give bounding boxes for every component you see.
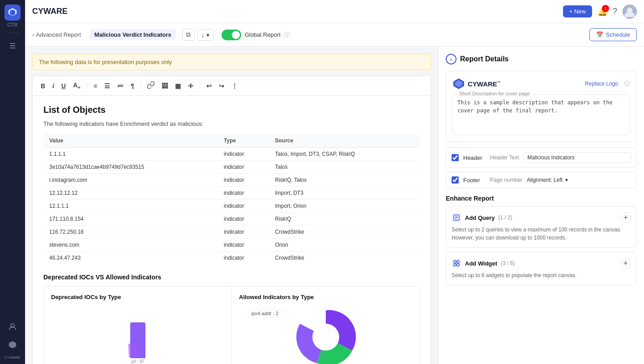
add-widget-desc: Select up to 6 widgets to populate the r… — [452, 271, 631, 279]
cell-value: 12.12.12.12 — [44, 187, 219, 200]
sidebar-bottom: CYWARE — [5, 320, 21, 360]
header-row: Header Header Text — [446, 147, 637, 168]
svg-rect-15 — [454, 264, 456, 266]
footer-alignment-value: Alignment: Left — [527, 177, 563, 183]
avatar[interactable] — [623, 4, 637, 19]
table-button[interactable]: ▦ — [172, 81, 183, 91]
add-widget-card: Add Widget (3 / 6) + Select up to 6 widg… — [446, 252, 637, 285]
editor-content: List of Objects The following indicators… — [33, 96, 431, 364]
help-button[interactable]: ? — [613, 7, 617, 16]
logo-info-icon[interactable]: ⓘ — [624, 80, 630, 88]
table-row: 46.24.47.243indicatorCrowdStrike — [44, 252, 420, 265]
cell-value: 12.1.1.1 — [44, 200, 219, 213]
main-area: CYWARE + New 🔔 1 ? ‹ Advanced Report Mal… — [25, 0, 644, 364]
cell-type: indicator — [218, 187, 269, 200]
paragraph-button[interactable]: ¶ — [128, 81, 137, 91]
italic-button[interactable]: i — [50, 81, 57, 91]
add-widget-count: (3 / 6) — [501, 260, 515, 266]
table-body: 1.1.1.1indicatorTalos, Import, DT3, CSAP… — [44, 148, 420, 265]
logo-section: CYWARE™ Replace Logo ⓘ Short Description… — [446, 71, 637, 142]
more-button[interactable]: ⋮ — [229, 81, 240, 91]
topbar: CYWARE + New 🔔 1 ? — [25, 0, 644, 23]
cell-type: indicator — [218, 200, 269, 213]
sidebar-logo[interactable] — [4, 4, 21, 21]
cell-value: 3e10a74a7613d1cae4b9749d7ec93515 — [44, 161, 219, 174]
cell-value: 1.1.1.1 — [44, 148, 219, 161]
table-row: 116.72.250.18indicatorCrowdStrike — [44, 226, 420, 239]
toggle-knob — [232, 31, 240, 39]
description-field: Short Description for cover page — [452, 94, 630, 135]
header-checkbox[interactable] — [452, 154, 459, 161]
report-details-title: Report Details — [460, 55, 508, 63]
footer-label: Footer — [463, 177, 486, 184]
content-area: The following data is for presentation p… — [25, 47, 644, 364]
info-icon[interactable]: ⓘ — [284, 31, 290, 39]
add-query-header: Add Query (1 / 2) + — [452, 212, 631, 223]
cell-source: RiskIQ — [270, 213, 420, 226]
cell-value: i.instagram.com — [44, 174, 219, 187]
bold-button[interactable]: B — [38, 81, 48, 91]
add-button[interactable]: ✛ — [185, 81, 196, 91]
allowed-indicators-chart: Allowed Indicators by Type — [232, 287, 419, 364]
notification-badge: 1 — [602, 5, 609, 12]
description-textarea[interactable] — [457, 98, 625, 130]
charts-row: Deprecated IOCs by Type url : 97 — [43, 286, 420, 364]
donut-svg — [290, 306, 362, 364]
charts-section-heading: Deprecated IOCs VS Allowed Indicators — [43, 274, 420, 281]
expand-button[interactable]: › — [446, 54, 456, 64]
toolbar-sep-3 — [200, 81, 200, 90]
cell-value: 116.72.250.18 — [44, 226, 219, 239]
download-icon-button[interactable]: ↓ ▾ — [197, 29, 213, 41]
align-center-button[interactable]: ☰ — [102, 81, 113, 91]
new-button[interactable]: + New — [563, 5, 592, 17]
col-value: Value — [44, 134, 219, 148]
app-title: CYWARE — [32, 7, 558, 16]
redo-button[interactable]: ↪ — [216, 81, 227, 91]
cell-source: Talos — [270, 161, 420, 174]
deprecated-iocs-chart: Deprecated IOCs by Type url : 97 — [44, 287, 232, 364]
sidebar-cyware-icon[interactable] — [5, 338, 20, 352]
add-widget-button[interactable]: + — [620, 258, 631, 269]
cell-type: indicator — [218, 226, 269, 239]
link-button[interactable] — [145, 80, 157, 92]
cell-value: 171.110.8.154 — [44, 213, 219, 226]
cell-type: indicator — [218, 161, 269, 174]
sidebar-logo-icon — [8, 7, 17, 18]
donut-label-ipv4: ipv4-addr : 2 — [251, 311, 278, 316]
copy-icon-button[interactable]: ⧉ — [182, 29, 195, 41]
image-button[interactable]: 🖼 — [159, 81, 171, 91]
cell-type: indicator — [218, 174, 269, 187]
footer-alignment-dropdown[interactable]: Alignment: Left ▾ — [527, 177, 568, 183]
table-row: 1.1.1.1indicatorTalos, Import, DT3, CSAP… — [44, 148, 420, 161]
add-query-count: (1 / 2) — [498, 214, 512, 221]
calendar-icon: 📅 — [596, 31, 603, 38]
footer-checkbox[interactable] — [452, 176, 459, 184]
align-left-button[interactable]: ≡ — [91, 81, 100, 91]
header-text-input[interactable] — [523, 152, 631, 163]
report-details-header: › Report Details — [446, 54, 637, 64]
right-panel: › Report Details CYWARE™ Replace Logo — [438, 47, 644, 364]
cell-type: indicator — [218, 213, 269, 226]
text-size-button[interactable]: A+ — [70, 80, 83, 92]
breadcrumb-actions: ⧉ ↓ ▾ — [182, 29, 213, 41]
cell-type: indicator — [218, 252, 269, 265]
desc-label: Short Description for cover page — [457, 91, 532, 96]
notification-button[interactable]: 🔔 1 — [597, 7, 607, 17]
undo-button[interactable]: ↩ — [204, 81, 214, 91]
deprecated-chart-title: Deprecated IOCs by Type — [51, 294, 224, 300]
table-header-row: Value Type Source — [44, 134, 420, 148]
widget-icon-box — [452, 258, 461, 268]
sidebar-user-icon[interactable] — [5, 320, 20, 334]
global-report-switch[interactable] — [222, 30, 241, 40]
deprecated-chart-area: url : 97 — [51, 306, 224, 364]
table-row: stevens.comindicatorOrion — [44, 239, 420, 252]
schedule-button[interactable]: 📅 Schedule — [589, 28, 637, 41]
sidebar-divider — [6, 33, 19, 33]
toolbar-sep-2 — [141, 81, 141, 90]
back-link[interactable]: ‹ Advanced Report — [32, 31, 81, 38]
list-button[interactable]: ≔ — [115, 81, 126, 91]
sidebar-menu-icon[interactable]: ☰ — [5, 39, 20, 53]
replace-logo-link[interactable]: Replace Logo — [585, 81, 618, 87]
underline-button[interactable]: U — [59, 81, 68, 91]
add-query-button[interactable]: + — [620, 212, 631, 223]
